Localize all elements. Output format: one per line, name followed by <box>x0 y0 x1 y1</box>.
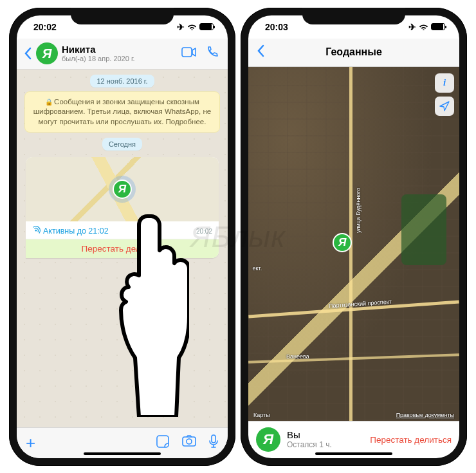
map-controls: i <box>435 73 454 116</box>
notch <box>71 8 174 24</box>
phone-right: 20:03 ✈︎ Геоданные улица Будённого Парти… <box>241 8 467 466</box>
svg-point-4 <box>187 439 192 444</box>
svg-rect-5 <box>212 435 215 443</box>
svg-rect-0 <box>182 48 192 57</box>
pin-avatar: Я <box>333 233 352 252</box>
wifi-icon <box>187 22 197 32</box>
mic-icon[interactable] <box>208 434 219 451</box>
lock-icon: 🔒 <box>45 98 53 106</box>
attach-button[interactable]: + <box>26 433 35 453</box>
contact-name: Никита <box>62 44 135 55</box>
active-until: Активны до 21:02 <box>43 227 109 236</box>
phone-left: 20:02 ✈︎ Я Никита был(-а) 18 апр. 2020 г… <box>9 8 235 466</box>
chat-body[interactable]: 12 нояб. 2016 г. 🔒Сообщения и звонки защ… <box>17 70 228 427</box>
svg-rect-3 <box>183 437 196 446</box>
page-title: Геоданные <box>271 46 436 58</box>
airplane-icon: ✈︎ <box>408 22 416 32</box>
chat-title-block[interactable]: Никита был(-а) 18 апр. 2020 г. <box>62 44 135 63</box>
notch <box>302 8 405 24</box>
location-pin[interactable]: Я <box>333 233 354 255</box>
status-right: ✈︎ <box>177 22 214 32</box>
wifi-icon <box>419 22 428 32</box>
svg-point-1 <box>35 230 37 232</box>
time-remaining: Остался 1 ч. <box>287 440 332 449</box>
broadcast-icon <box>32 226 41 236</box>
screen-geodata: 20:03 ✈︎ Геоданные улица Будённого Парти… <box>248 15 459 458</box>
pin-avatar: Я <box>113 180 132 199</box>
map-attribution: Карты Правовые документы <box>253 412 454 418</box>
locate-button[interactable] <box>435 97 454 116</box>
road <box>248 353 459 363</box>
voice-call-icon[interactable] <box>203 43 221 64</box>
status-time: 20:02 <box>33 22 57 32</box>
street-label: улица Будённого <box>355 187 362 232</box>
avatar: Я <box>256 427 280 452</box>
date-pill: 12 нояб. 2016 г. <box>90 75 154 88</box>
street-label: ект. <box>253 265 262 272</box>
camera-icon[interactable] <box>181 434 197 451</box>
geodata-header: Геоданные <box>248 39 459 67</box>
location-pin: Я <box>109 176 136 203</box>
airplane-icon: ✈︎ <box>177 22 185 32</box>
info-button[interactable]: i <box>435 73 454 93</box>
sticker-icon[interactable] <box>156 434 170 451</box>
video-call-icon[interactable] <box>179 44 199 62</box>
you-label: Вы <box>287 430 332 441</box>
chat-header: Я Никита был(-а) 18 апр. 2020 г. <box>17 39 228 70</box>
back-button[interactable] <box>23 47 32 60</box>
avatar[interactable]: Я <box>36 42 58 64</box>
park-area <box>401 194 446 265</box>
battery-icon <box>199 23 214 30</box>
screen-whatsapp: 20:02 ✈︎ Я Никита был(-а) 18 апр. 2020 г… <box>17 15 228 458</box>
home-indicator[interactable] <box>315 452 392 455</box>
back-button[interactable] <box>256 44 271 60</box>
satellite-map[interactable]: улица Будённого Партизанский проспект Ва… <box>248 67 459 421</box>
street-label: Ванеева <box>286 353 309 360</box>
status-time: 20:03 <box>265 22 288 32</box>
stop-sharing-button[interactable]: Перестать делиться <box>370 435 452 445</box>
battery-icon <box>431 23 445 30</box>
today-pill: Сегодня <box>102 138 142 151</box>
last-seen: был(-а) 18 апр. 2020 г. <box>62 55 135 62</box>
status-right: ✈︎ <box>408 22 445 32</box>
legal-link[interactable]: Правовые документы <box>396 412 454 418</box>
pointer-hand-icon <box>112 211 189 417</box>
encryption-banner[interactable]: 🔒Сообщения и звонки защищены сквозным ши… <box>24 91 220 133</box>
map-provider: Карты <box>253 412 270 418</box>
svg-rect-2 <box>157 436 169 447</box>
home-indicator[interactable] <box>84 452 161 455</box>
bubble-time: 20:02 <box>196 228 212 235</box>
